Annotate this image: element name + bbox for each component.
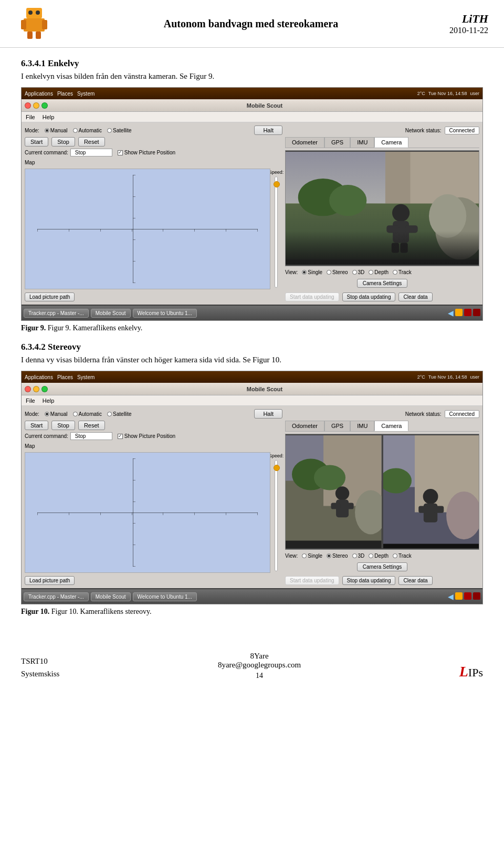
figure10-caption: Figur 10. Figur 10. Kameraflikens stereo… (21, 608, 483, 616)
show-picture-position-2[interactable]: Show Picture Position (118, 433, 175, 439)
radio2-depth[interactable] (369, 553, 373, 558)
topbar-applications[interactable]: Applications (25, 91, 53, 97)
mode-automatic[interactable]: Automatic (73, 128, 102, 133)
stop-data-updating-btn-1[interactable]: Stop data updating (342, 292, 396, 301)
start-button-2[interactable]: Start (25, 421, 48, 430)
topbar2-places[interactable]: Places (57, 374, 73, 380)
tab-imu-1[interactable]: IMU (350, 137, 374, 148)
clear-data-btn-2[interactable]: Clear data (398, 576, 432, 585)
view-depth-1[interactable]: Depth (369, 269, 388, 275)
menu-file[interactable]: File (26, 114, 35, 120)
mode-satellite[interactable]: Satellite (107, 128, 132, 133)
radio2-automatic[interactable] (73, 412, 78, 416)
camera-settings-btn-1[interactable]: Camera Settings (357, 279, 407, 288)
topbar2-system[interactable]: System (77, 374, 94, 380)
menu2-file[interactable]: File (26, 398, 35, 404)
speed-track-2[interactable] (275, 460, 278, 571)
topbar-system[interactable]: System (77, 91, 94, 97)
load-picture-path-btn-1[interactable]: Load picture path (25, 292, 75, 301)
topbar2-applications[interactable]: Applications (25, 374, 53, 380)
window-max-btn[interactable] (41, 102, 48, 109)
controls-row-1: Start Stop Reset (25, 137, 282, 147)
radio-3d-1[interactable] (352, 270, 357, 275)
radio2-3d[interactable] (352, 553, 357, 558)
load-picture-path-btn-2[interactable]: Load picture path (25, 576, 75, 585)
taskbar2-item-tracker[interactable]: Tracker.cpp - Master -... (24, 592, 89, 601)
radio-track-1[interactable] (393, 270, 397, 275)
stop-data-updating-btn-2[interactable]: Stop data updating (342, 576, 396, 585)
mode2-manual[interactable]: Manual (45, 411, 68, 417)
radio-automatic[interactable] (73, 128, 78, 133)
mode-manual[interactable]: Manual (45, 128, 68, 133)
view-options-1: View: Single Stereo 3D (285, 269, 479, 275)
taskbar-item-scout-1[interactable]: Mobile Scout (91, 309, 131, 318)
window-min-btn[interactable] (33, 102, 39, 109)
reset-button-1[interactable]: Reset (78, 137, 105, 147)
view-3d-1[interactable]: 3D (352, 269, 365, 275)
show-pos-label: Show Picture Position (124, 150, 175, 155)
start-data-updating-btn-2[interactable]: Start data updating (285, 576, 339, 585)
taskbar-item-ubuntu-1[interactable]: Welcome to Ubuntu 1... (133, 309, 197, 318)
window2-max-btn[interactable] (41, 386, 48, 392)
radio2-track[interactable] (393, 553, 397, 558)
checkbox-show-pos[interactable] (118, 150, 123, 155)
speed-track-1[interactable] (275, 176, 278, 288)
speed-indicator-1 (274, 181, 280, 187)
stop-button-1[interactable]: Stop (51, 137, 75, 147)
radio2-manual[interactable] (45, 412, 49, 416)
svg-point-6 (28, 11, 33, 15)
radio2-single[interactable] (302, 553, 307, 558)
start-data-updating-btn-1[interactable]: Start data updating (285, 292, 339, 301)
taskbar-item-tracker-1[interactable]: Tracker.cpp - Master -... (24, 309, 89, 318)
menu2-help[interactable]: Help (43, 398, 55, 404)
window2-close-btn[interactable] (25, 386, 31, 392)
view2-3d[interactable]: 3D (352, 553, 365, 559)
tab-odometer-2[interactable]: Odometer (285, 421, 324, 431)
view2-single[interactable]: Single (302, 553, 322, 559)
tab-odometer-1[interactable]: Odometer (285, 137, 324, 148)
stop-button-2[interactable]: Stop (51, 421, 75, 430)
reset-button-2[interactable]: Reset (78, 421, 105, 430)
show-picture-position-1[interactable]: Show Picture Position (118, 150, 175, 155)
view2-stereo[interactable]: Stereo (327, 553, 348, 559)
section-text-stereovy: I denna vy visas bilderna från vänster o… (21, 356, 483, 364)
radio-single-1[interactable] (302, 270, 307, 275)
header-right: LiTH 2010-11-22 (449, 12, 488, 35)
radio2-satellite[interactable] (107, 412, 112, 416)
view2-track[interactable]: Track (393, 553, 412, 559)
camera-settings-btn-2[interactable]: Camera Settings (357, 562, 407, 571)
radio2-stereo[interactable] (327, 553, 331, 558)
tab-gps-2[interactable]: GPS (324, 421, 350, 431)
connected-badge-2: Connected (445, 410, 479, 418)
topbar2-user: user (470, 374, 479, 380)
halt-button-2[interactable]: Halt (254, 409, 282, 419)
svg-point-13 (329, 185, 366, 216)
topbar-places[interactable]: Places (57, 91, 73, 97)
radio-depth-1[interactable] (369, 270, 373, 275)
radio-satellite[interactable] (107, 128, 112, 133)
tab-gps-1[interactable]: GPS (324, 137, 350, 148)
mode-left-1: Mode: Manual Automatic Satellite (25, 128, 132, 133)
taskbar2-item-ubuntu[interactable]: Welcome to Ubuntu 1... (133, 592, 197, 601)
window-close-btn[interactable] (25, 102, 31, 109)
view-single-1[interactable]: Single (302, 269, 322, 275)
view-stereo-1[interactable]: Stereo (327, 269, 348, 275)
checkbox2-show-pos[interactable] (118, 434, 123, 439)
radio-manual[interactable] (45, 128, 49, 133)
start-button-1[interactable]: Start (25, 137, 48, 147)
view-track-1[interactable]: Track (393, 269, 412, 275)
mode2-satellite[interactable]: Satellite (107, 411, 132, 417)
view2-depth[interactable]: Depth (369, 553, 388, 559)
menu-help[interactable]: Help (43, 114, 55, 120)
window2-min-btn[interactable] (33, 386, 39, 392)
mode2-automatic[interactable]: Automatic (73, 411, 102, 417)
taskbar2-item-scout[interactable]: Mobile Scout (91, 592, 131, 601)
radio-stereo-1[interactable] (327, 270, 331, 275)
halt-button-1[interactable]: Halt (254, 126, 282, 135)
clear-data-btn-1[interactable]: Clear data (398, 292, 432, 301)
mode-left-2: Mode: Manual Automatic Satellite (25, 411, 132, 417)
tab-camera-1[interactable]: Camera (374, 137, 408, 148)
tab-imu-2[interactable]: IMU (350, 421, 374, 431)
tab-camera-2[interactable]: Camera (374, 421, 408, 431)
view-label-1: View: (285, 269, 298, 275)
